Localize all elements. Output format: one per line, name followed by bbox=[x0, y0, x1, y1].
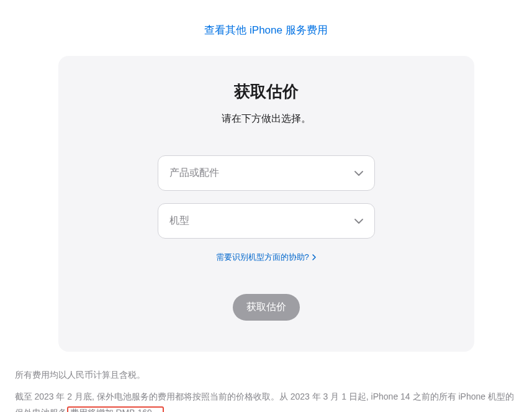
model-select[interactable]: 机型 bbox=[158, 203, 375, 239]
product-select[interactable]: 产品或配件 bbox=[158, 155, 375, 191]
other-services-link[interactable]: 查看其他 iPhone 服务费用 bbox=[204, 24, 327, 36]
top-link-row: 查看其他 iPhone 服务费用 bbox=[0, 0, 532, 56]
identify-model-help-link[interactable]: 需要识别机型方面的协助? bbox=[216, 252, 317, 262]
footer-text: 所有费用均以人民币计算且含税。 截至 2023 年 2 月底, 保外电池服务的费… bbox=[7, 367, 525, 412]
product-select-placeholder: 产品或配件 bbox=[169, 167, 219, 180]
footer-line-2: 截至 2023 年 2 月底, 保外电池服务的费用都将按照当前的价格收取。从 2… bbox=[15, 388, 518, 412]
price-increase-highlight: 费用将增加 RMB 169。 bbox=[67, 406, 164, 412]
help-link-label: 需要识别机型方面的协助? bbox=[216, 252, 309, 262]
chevron-down-icon bbox=[354, 171, 363, 176]
product-select-wrapper: 产品或配件 bbox=[158, 155, 375, 191]
chevron-down-icon bbox=[354, 219, 363, 224]
model-select-placeholder: 机型 bbox=[169, 214, 189, 227]
card-title: 获取估价 bbox=[77, 81, 456, 103]
chevron-right-icon bbox=[312, 253, 316, 262]
help-link-row: 需要识别机型方面的协助? bbox=[77, 251, 456, 263]
get-estimate-button[interactable]: 获取估价 bbox=[233, 294, 300, 321]
estimate-card: 获取估价 请在下方做出选择。 产品或配件 机型 需要识别机型方面的协助? 获取估… bbox=[58, 56, 474, 352]
footer-line-1: 所有费用均以人民币计算且含税。 bbox=[15, 367, 518, 383]
card-subtitle: 请在下方做出选择。 bbox=[77, 112, 456, 126]
model-select-wrapper: 机型 bbox=[158, 203, 375, 239]
